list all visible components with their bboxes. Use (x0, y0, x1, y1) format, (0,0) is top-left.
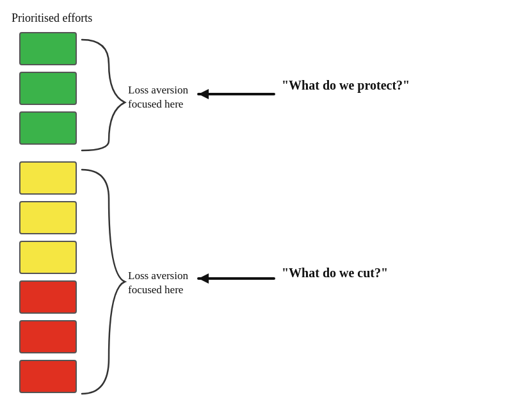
box-red-1 (19, 280, 77, 314)
top-label: Loss aversion focused here (128, 83, 188, 111)
box-yellow-2 (19, 201, 77, 234)
svg-marker-3 (198, 273, 209, 284)
box-green-2 (19, 72, 77, 105)
box-red-3 (19, 360, 77, 393)
top-quote: "What do we protect?" (282, 78, 410, 93)
box-yellow-3 (19, 241, 77, 274)
page-title: Prioritised efforts (12, 12, 92, 25)
items-column (19, 32, 77, 400)
box-green-3 (19, 111, 77, 145)
box-green-1 (19, 32, 77, 65)
box-red-2 (19, 320, 77, 353)
svg-marker-1 (198, 89, 209, 99)
bottom-quote: "What do we cut?" (282, 266, 388, 280)
box-yellow-1 (19, 161, 77, 195)
bottom-label: Loss aversion focused here (128, 269, 188, 297)
